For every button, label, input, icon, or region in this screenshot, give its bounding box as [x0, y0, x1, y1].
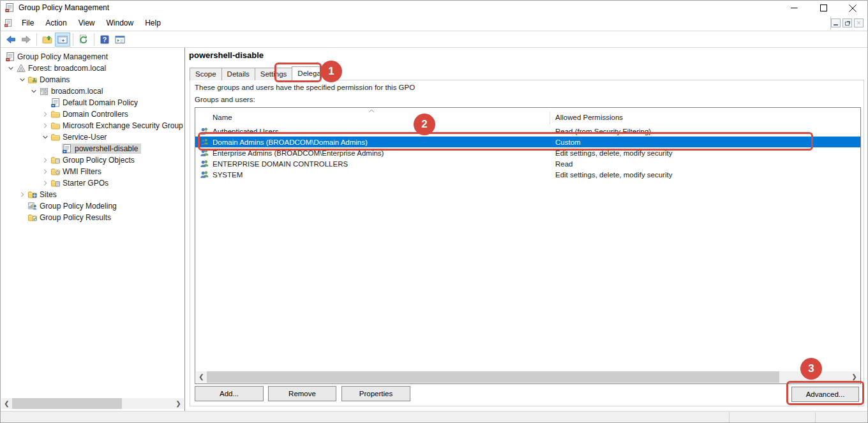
- chevron-down-icon[interactable]: [28, 86, 39, 96]
- chevron-down-icon[interactable]: [40, 132, 50, 142]
- gpo-icon: [50, 98, 61, 108]
- tree-horizontal-scrollbar[interactable]: ❮ ❯: [1, 398, 184, 409]
- folder-clipboard-icon: [50, 178, 61, 188]
- advanced-button[interactable]: Advanced...: [791, 387, 859, 402]
- gpmc-icon: [5, 52, 15, 62]
- chevron-right-icon[interactable]: [40, 178, 50, 188]
- back-icon[interactable]: [3, 33, 19, 47]
- scroll-left-icon[interactable]: ❮: [1, 398, 12, 409]
- tree-item-domains[interactable]: Domains: [1, 74, 184, 85]
- column-divider[interactable]: [550, 112, 550, 124]
- tree-item-microsoft-exchange-security-group[interactable]: Microsoft Exchange Security Group: [1, 120, 184, 131]
- table-row-domain-admins[interactable]: Domain Admins (BROADCOM\Domain Admins) C…: [195, 137, 860, 147]
- console-tree: Group Policy Management Forest: broadcom…: [1, 51, 184, 223]
- close-button[interactable]: [838, 1, 867, 15]
- table-row-authenticated-users[interactable]: Authenticated Users Read (from Security …: [195, 126, 860, 137]
- tree-item-group-policy-modeling[interactable]: Group Policy Modeling: [1, 200, 184, 212]
- toolbar-separator: [36, 33, 37, 46]
- refresh-icon[interactable]: [76, 33, 91, 47]
- results-pane: powershell-disable Scope Details Setting…: [186, 48, 868, 411]
- table-row-enterprise-admins[interactable]: Enterprise Admins (BROADCOM\Enterprise A…: [195, 147, 860, 158]
- chevron-right-icon[interactable]: [40, 121, 50, 131]
- folder-icon: [50, 132, 61, 142]
- tab-settings[interactable]: Settings: [255, 68, 293, 80]
- scroll-right-icon[interactable]: ❯: [849, 371, 860, 382]
- export-list-icon[interactable]: [112, 33, 128, 47]
- column-header-name[interactable]: Name: [213, 114, 232, 121]
- tree-item-group-policy-results[interactable]: Group Policy Results: [1, 212, 184, 223]
- tree-item-wmi-filters[interactable]: WMI Filters: [1, 166, 184, 177]
- help-icon[interactable]: [97, 33, 112, 47]
- group-icon: [200, 137, 209, 147]
- chevron-right-icon[interactable]: [40, 155, 50, 165]
- up-one-level-icon[interactable]: [40, 33, 55, 47]
- menu-view[interactable]: View: [73, 17, 101, 29]
- gpo-icon: [62, 144, 72, 154]
- console-tree-pane: Group Policy Management Forest: broadcom…: [1, 48, 185, 411]
- folder-sites-icon: [27, 189, 38, 200]
- tree-item-sites[interactable]: Sites: [1, 189, 184, 200]
- tree-item-starter-gpos[interactable]: Starter GPOs: [1, 177, 184, 189]
- tree-item-broadcom-local[interactable]: broadcom.local: [1, 85, 184, 97]
- table-row-enterprise-domain-controllers[interactable]: ENTERPRISE DOMAIN CONTROLLERS Read: [195, 158, 860, 169]
- delegation-description: These groups and users have the specifie…: [195, 84, 415, 91]
- title-bar: Group Policy Management: [1, 1, 867, 15]
- status-divider: [729, 412, 730, 423]
- scrollbar-thumb[interactable]: [207, 371, 779, 383]
- remove-button[interactable]: Remove: [268, 386, 336, 401]
- column-header-allowed-permissions[interactable]: Allowed Permissions: [555, 114, 623, 121]
- group-icon: [200, 159, 209, 168]
- group-icon: [200, 148, 209, 158]
- domains-icon: [27, 75, 38, 85]
- folder-wmi-icon: [50, 167, 61, 177]
- properties-button[interactable]: Properties: [341, 386, 410, 401]
- chevron-right-icon[interactable]: [17, 189, 27, 200]
- table-row-system[interactable]: SYSTEM Edit settings, delete, modify sec…: [195, 169, 860, 180]
- menu-file[interactable]: File: [16, 17, 40, 29]
- tab-scope[interactable]: Scope: [190, 68, 222, 80]
- mdi-minimize-button[interactable]: [831, 19, 841, 27]
- menu-action[interactable]: Action: [40, 17, 72, 29]
- add-button[interactable]: Add...: [195, 386, 264, 401]
- chevron-down-icon[interactable]: [17, 75, 27, 85]
- tab-bar: Scope Details Settings Delegation: [190, 66, 338, 80]
- maximize-button[interactable]: [809, 1, 838, 15]
- selected-tree-item: powershell-disable: [62, 144, 141, 154]
- show-console-tree-icon[interactable]: [55, 33, 70, 47]
- tree-item-forest[interactable]: Forest: broadcom.local: [1, 63, 184, 74]
- mdi-restore-button[interactable]: [842, 19, 852, 27]
- tree-item-group-policy-management[interactable]: Group Policy Management: [1, 51, 184, 63]
- tree-item-service-user[interactable]: Service-User: [1, 131, 184, 143]
- mdi-close-button[interactable]: ✕: [854, 19, 864, 27]
- group-icon: [200, 170, 209, 179]
- chevron-right-icon[interactable]: [40, 109, 50, 119]
- results-icon: [27, 212, 38, 223]
- menu-window[interactable]: Window: [101, 17, 140, 29]
- sort-ascending-icon: [368, 108, 375, 114]
- scroll-right-icon[interactable]: ❯: [173, 398, 184, 409]
- groups-and-users-list: Name Allowed Permissions Authenticated U…: [195, 107, 861, 384]
- tree-item-domain-controllers[interactable]: Domain Controllers: [1, 108, 184, 120]
- forward-icon[interactable]: [19, 33, 34, 47]
- folder-gpo-icon: [50, 155, 61, 165]
- menu-help[interactable]: Help: [139, 17, 167, 29]
- tree-item-group-policy-objects[interactable]: Group Policy Objects: [1, 154, 184, 166]
- delegation-tab-panel: These groups and users have the specifie…: [190, 80, 864, 406]
- chevron-right-icon[interactable]: [40, 167, 50, 177]
- tab-details[interactable]: Details: [221, 68, 255, 80]
- list-rows: Authenticated Users Read (from Security …: [195, 126, 860, 180]
- groups-and-users-label: Groups and users:: [195, 96, 255, 103]
- list-horizontal-scrollbar[interactable]: ❮ ❯: [196, 371, 860, 383]
- window-title: Group Policy Management: [19, 3, 109, 12]
- chevron-down-icon[interactable]: [5, 63, 16, 73]
- status-bar: [1, 411, 867, 423]
- tree-item-powershell-disable[interactable]: powershell-disable: [1, 143, 184, 154]
- group-policy-management-window: Group Policy Management File Action View…: [0, 0, 868, 423]
- tree-item-default-domain-policy[interactable]: Default Domain Policy: [1, 97, 184, 108]
- scrollbar-thumb[interactable]: [12, 398, 122, 409]
- toolbar-separator: [73, 33, 73, 46]
- toolbar: [1, 31, 867, 48]
- minimize-button[interactable]: [779, 1, 809, 15]
- domain-icon: [39, 86, 49, 96]
- scroll-left-icon[interactable]: ❮: [196, 371, 207, 382]
